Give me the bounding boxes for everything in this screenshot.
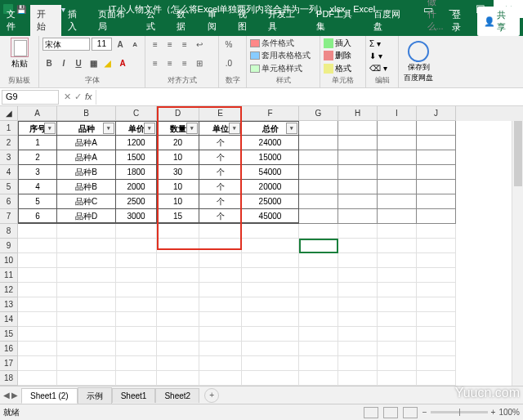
cell[interactable]: 2500 xyxy=(116,194,157,209)
fx-icon[interactable]: fx xyxy=(85,92,92,102)
cell[interactable] xyxy=(157,253,199,268)
cell[interactable] xyxy=(417,268,456,283)
cell[interactable]: 4 xyxy=(18,180,57,194)
sheet-tab[interactable]: Sheet1 (2) xyxy=(21,388,78,404)
cond-format-button[interactable]: 条件格式 xyxy=(250,38,316,49)
font-size[interactable]: 11 xyxy=(92,38,113,51)
cell[interactable] xyxy=(338,342,378,356)
cell[interactable] xyxy=(242,224,299,239)
merge-icon[interactable]: ⊞ xyxy=(193,56,206,69)
cell[interactable] xyxy=(199,239,242,253)
cell[interactable] xyxy=(338,371,378,386)
col-header[interactable]: A xyxy=(18,106,57,121)
row-header[interactable]: 1 xyxy=(0,121,17,136)
cell[interactable] xyxy=(299,312,338,327)
cell[interactable] xyxy=(299,150,338,165)
cell[interactable]: 10 xyxy=(157,150,199,165)
cell[interactable] xyxy=(116,342,157,356)
cell[interactable] xyxy=(57,342,116,356)
cell[interactable] xyxy=(116,224,157,239)
cell[interactable] xyxy=(157,239,199,253)
cell[interactable] xyxy=(378,136,417,150)
tab-baidu[interactable]: 百度网盘 xyxy=(367,5,415,36)
cell[interactable] xyxy=(299,194,338,209)
tab-dev[interactable]: 开发工具 xyxy=(262,5,310,36)
cell[interactable]: 品种D xyxy=(57,209,116,224)
prev-sheet-icon[interactable]: ◀ xyxy=(3,391,10,400)
cell[interactable] xyxy=(417,224,456,239)
confirm-icon[interactable]: ✓ xyxy=(74,92,82,102)
row-header[interactable]: 11 xyxy=(0,268,17,283)
cell[interactable]: 1200 xyxy=(116,136,157,150)
cell[interactable] xyxy=(338,312,378,327)
cell[interactable] xyxy=(338,150,378,165)
col-header[interactable]: B xyxy=(57,106,116,121)
paste-button[interactable]: 粘贴 xyxy=(3,38,35,69)
cell[interactable] xyxy=(417,239,456,253)
header-cell[interactable]: 单价 xyxy=(116,121,157,136)
row-header[interactable]: 13 xyxy=(0,297,17,312)
tab-formulas[interactable]: 公式 xyxy=(140,5,170,36)
tab-insert[interactable]: 插入 xyxy=(61,5,92,36)
cell[interactable]: 10 xyxy=(157,180,199,194)
worksheet-grid[interactable]: ◢ 1 2 3 4 5 6 7 8 9 10 11 12 13 14 15 16… xyxy=(0,106,523,386)
cell[interactable]: 个 xyxy=(199,209,242,224)
cell[interactable] xyxy=(378,268,417,283)
align-right-icon[interactable]: ≡ xyxy=(178,56,191,69)
cell[interactable] xyxy=(57,297,116,312)
tab-pdf[interactable]: PDF工具集 xyxy=(310,5,366,36)
cell[interactable] xyxy=(378,150,417,165)
cell[interactable]: 15000 xyxy=(242,150,299,165)
cell[interactable]: 20 xyxy=(157,136,199,150)
cancel-icon[interactable]: ✕ xyxy=(64,92,71,102)
header-cell[interactable]: 数量 xyxy=(157,121,199,136)
cell[interactable] xyxy=(116,253,157,268)
cell[interactable] xyxy=(116,268,157,283)
cell[interactable] xyxy=(157,356,199,371)
cell[interactable] xyxy=(417,209,456,224)
align-left-icon[interactable]: ≡ xyxy=(149,56,162,69)
cell[interactable] xyxy=(417,165,456,180)
row-header[interactable]: 6 xyxy=(0,194,17,209)
cell[interactable] xyxy=(378,209,417,224)
select-all[interactable]: ◢ xyxy=(0,106,17,121)
grow-font-icon[interactable]: A xyxy=(114,38,127,51)
cell[interactable] xyxy=(199,342,242,356)
cell[interactable] xyxy=(417,180,456,194)
cell[interactable] xyxy=(116,239,157,253)
cell[interactable]: 1500 xyxy=(116,150,157,165)
cell[interactable] xyxy=(378,253,417,268)
cell[interactable] xyxy=(157,342,199,356)
cell[interactable]: 品种B xyxy=(57,165,116,180)
sheet-tab[interactable]: 示例 xyxy=(78,387,112,404)
col-header[interactable]: E xyxy=(199,106,242,121)
cell[interactable] xyxy=(57,268,116,283)
tab-home[interactable]: 开始 xyxy=(30,5,60,36)
cell[interactable] xyxy=(242,297,299,312)
cell[interactable] xyxy=(18,356,57,371)
cell[interactable] xyxy=(57,239,116,253)
tab-review[interactable]: 审阅 xyxy=(201,5,231,36)
cell[interactable] xyxy=(57,312,116,327)
cell[interactable] xyxy=(157,371,199,386)
cell[interactable] xyxy=(242,371,299,386)
cell[interactable] xyxy=(338,136,378,150)
header-cell[interactable]: 单位 xyxy=(199,121,242,136)
autosum-button[interactable]: Σ ▾ xyxy=(369,38,395,49)
header-cell[interactable]: 序号 xyxy=(18,121,57,136)
cell[interactable]: 45000 xyxy=(242,209,299,224)
scroll-thumb[interactable] xyxy=(514,121,522,186)
cell[interactable] xyxy=(378,342,417,356)
row-header[interactable]: 12 xyxy=(0,283,17,297)
col-header[interactable]: I xyxy=(378,106,417,121)
cell[interactable] xyxy=(299,209,338,224)
row-header[interactable]: 3 xyxy=(0,150,17,165)
cell[interactable] xyxy=(116,356,157,371)
cell[interactable] xyxy=(299,283,338,297)
row-header[interactable]: 16 xyxy=(0,342,17,356)
cell[interactable] xyxy=(417,283,456,297)
cell[interactable] xyxy=(378,356,417,371)
tellme-search[interactable]: ♀告诉我您想要做什么... xyxy=(414,0,446,36)
cell[interactable] xyxy=(199,356,242,371)
shrink-font-icon[interactable]: A xyxy=(128,38,141,51)
